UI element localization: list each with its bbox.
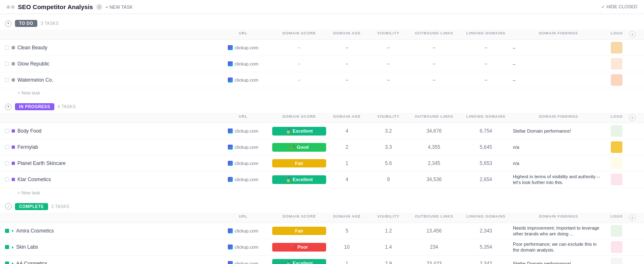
task-checkbox[interactable] <box>5 161 9 165</box>
domain-score-cell: – <box>272 45 326 51</box>
col-header-outbound-links: OUTBOUND LINKS <box>409 114 459 121</box>
domain-findings-cell: Poor performance; we can exclude this in… <box>513 241 604 253</box>
status-indicator <box>12 129 15 133</box>
section-todo: ▼TO DO3 TASKSURLDOMAIN SCOREDOMAIN AGEVI… <box>0 17 644 97</box>
task-name-cell-1: Fermylab <box>5 144 214 150</box>
new-task-button[interactable]: + New task <box>0 188 644 197</box>
col-header-domain-age: DOMAIN AGE <box>326 31 368 38</box>
logo-image <box>611 141 622 153</box>
task-count-complete: 3 TASKS <box>51 204 70 209</box>
header-left: SEO Competitor Analysis i + NEW TASK <box>7 3 133 10</box>
task-checkbox[interactable] <box>5 262 9 264</box>
task-checkbox[interactable] <box>5 62 9 66</box>
col-header-url: URL <box>214 31 272 38</box>
hide-closed-button[interactable]: ✓ HIDE CLOSED <box>601 4 637 10</box>
col-header-visibility: VISIBILITY <box>368 31 409 38</box>
domain-age-cell: – <box>326 61 368 67</box>
domain-score-badge: 🥇 Excellent <box>272 175 326 184</box>
domain-score-badge: 🔴 Poor <box>272 243 326 252</box>
task-checkbox[interactable] <box>5 129 9 133</box>
status-badge-inprogress[interactable]: IN PROGRESS <box>15 103 54 110</box>
url-cell[interactable]: clickup.com <box>214 245 272 249</box>
section-toggle-todo[interactable]: ▼ <box>5 20 12 27</box>
logo-image <box>611 225 622 237</box>
outbound-links-cell: – <box>409 45 459 51</box>
table-row: Body Foodclickup.com🥇 Excellent43.234,67… <box>0 123 644 139</box>
task-checkbox[interactable] <box>5 145 9 149</box>
clickup-icon <box>228 128 233 133</box>
status-indicator <box>12 62 15 65</box>
status-indicator: ♦ <box>12 261 14 264</box>
url-text: clickup.com <box>234 45 258 50</box>
url-cell[interactable]: clickup.com <box>214 145 272 150</box>
task-checkbox[interactable] <box>5 46 9 50</box>
add-column-button[interactable]: + <box>629 214 636 221</box>
section-header-todo: ▼TO DO3 TASKS <box>0 17 644 29</box>
task-checkbox[interactable] <box>5 177 9 182</box>
task-name-label: Watermelon Co. <box>17 77 53 83</box>
table-row: ♦Skin Labsclickup.com🔴 Poor101.42345,354… <box>0 239 644 256</box>
logo-cell <box>604 225 629 237</box>
logo-image <box>611 241 622 253</box>
clickup-icon <box>228 228 233 233</box>
url-text: clickup.com <box>234 245 258 249</box>
new-task-header-button[interactable]: + NEW TASK <box>105 5 133 10</box>
clickup-icon <box>228 78 233 82</box>
domain-findings-cell: Needs improvement; Important to leverage… <box>513 225 604 237</box>
domain-findings-cell: – <box>513 77 604 83</box>
status-badge-todo[interactable]: TO DO <box>15 20 37 27</box>
col-headers-inprogress: URLDOMAIN SCOREDOMAIN AGEVISIBILITYOUTBO… <box>0 113 644 123</box>
linking-domains-cell: 5,645 <box>459 144 513 150</box>
url-cell[interactable]: clickup.com <box>214 177 272 182</box>
col-header-logo: LOGO <box>604 31 629 38</box>
section-header-complete: ✓COMPLETE3 TASKS <box>0 201 644 213</box>
url-cell[interactable]: clickup.com <box>214 45 272 50</box>
task-name-label: Planet Earth Skincare <box>17 160 66 166</box>
visibility-cell: 2.9 <box>368 261 409 264</box>
task-name-label: Klar Cosmetics <box>17 177 51 182</box>
domain-findings-cell: Stellar Domain performance! <box>513 261 604 264</box>
url-cell[interactable]: clickup.com <box>214 78 272 82</box>
domain-age-cell: 10 <box>326 244 368 250</box>
task-name-cell-1: Glow Republic <box>5 61 214 67</box>
add-column-button[interactable]: + <box>629 114 636 121</box>
col-header-outbound-links: OUTBOUND LINKS <box>409 31 459 38</box>
section-inprogress: ▼IN PROGRESS4 TASKSURLDOMAIN SCOREDOMAIN… <box>0 101 644 197</box>
domain-age-cell: 5 <box>326 228 368 234</box>
domain-score-cell: – <box>272 77 326 83</box>
add-column-button[interactable]: + <box>629 31 636 38</box>
url-cell[interactable]: clickup.com <box>214 61 272 66</box>
col-header-domain-findings: DOMAIN FINDINGS <box>513 31 604 38</box>
logo-cell <box>604 241 629 253</box>
col-header-logo: LOGO <box>604 114 629 121</box>
task-name-cell-0: Clean Beauty <box>5 45 214 51</box>
url-text: clickup.com <box>234 128 258 133</box>
linking-domains-cell: – <box>459 45 513 51</box>
col-headers-todo: URLDOMAIN SCOREDOMAIN AGEVISIBILITYOUTBO… <box>0 29 644 40</box>
visibility-cell: 5.6 <box>368 160 409 166</box>
task-checkbox[interactable] <box>5 245 9 249</box>
url-cell[interactable]: clickup.com <box>214 128 272 133</box>
url-cell[interactable]: clickup.com <box>214 161 272 166</box>
url-cell[interactable]: clickup.com <box>214 228 272 233</box>
linking-domains-cell: 5,653 <box>459 160 513 166</box>
logo-image <box>611 74 622 86</box>
logo-image <box>611 42 622 53</box>
task-checkbox[interactable] <box>5 78 9 82</box>
section-toggle-inprogress[interactable]: ▼ <box>5 104 12 110</box>
logo-cell <box>604 42 629 53</box>
task-checkbox[interactable] <box>5 229 9 233</box>
task-name-cell-2: ♦AA Cosmetics <box>5 261 214 264</box>
status-indicator <box>12 162 15 165</box>
new-task-button[interactable]: + New task <box>0 88 644 97</box>
status-badge-complete[interactable]: COMPLETE <box>15 203 48 210</box>
url-text: clickup.com <box>234 228 258 233</box>
info-icon[interactable]: i <box>96 4 102 10</box>
task-name-label: Glow Republic <box>17 61 49 67</box>
visibility-cell: – <box>368 45 409 51</box>
dot1 <box>7 5 10 9</box>
outbound-links-cell: – <box>409 77 459 83</box>
url-cell[interactable]: clickup.com <box>214 261 272 264</box>
section-toggle-complete[interactable]: ✓ <box>5 203 12 210</box>
table-row: ♦Amira Cosmeticsclickup.comFair51.213,45… <box>0 223 644 240</box>
